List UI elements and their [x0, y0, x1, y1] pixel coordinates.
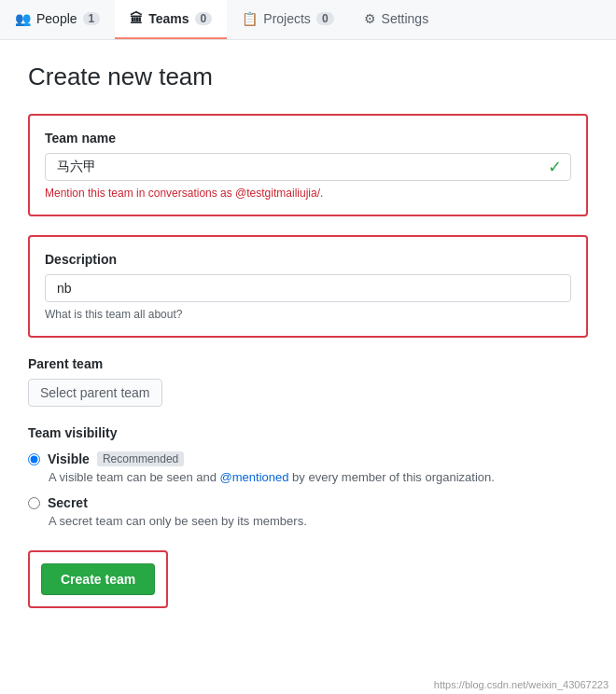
parent-team-label: Parent team	[28, 356, 588, 371]
description-section: Description What is this team all about?	[28, 235, 588, 338]
create-team-button[interactable]: Create team	[41, 563, 155, 595]
tab-settings-label: Settings	[382, 11, 429, 26]
tab-teams-badge: 0	[195, 12, 213, 25]
visibility-secret-label[interactable]: Secret	[48, 495, 88, 510]
select-parent-team-button[interactable]: Select parent team	[28, 379, 162, 407]
visibility-visible-row: Visible Recommended	[28, 451, 588, 466]
tab-teams-label: Teams	[148, 11, 189, 26]
visibility-visible-radio[interactable]	[28, 453, 40, 465]
tab-projects-badge: 0	[316, 12, 334, 25]
visibility-label: Team visibility	[28, 425, 588, 440]
visible-desc-mention: @mentioned	[220, 470, 289, 484]
tab-projects[interactable]: 📋 Projects 0	[227, 0, 348, 39]
team-name-hint: Mention this team in conversations as @t…	[45, 187, 571, 200]
description-label: Description	[45, 252, 571, 267]
main-content: Create new team Team name ✓ Mention this…	[0, 40, 616, 631]
team-name-section: Team name ✓ Mention this team in convers…	[28, 114, 588, 216]
description-hint: What is this team all about?	[45, 308, 571, 321]
settings-icon: ⚙	[364, 11, 376, 26]
people-icon: 👥	[15, 11, 31, 26]
team-name-label: Team name	[45, 131, 571, 146]
tab-settings[interactable]: ⚙ Settings	[349, 0, 444, 39]
recommended-badge: Recommended	[97, 451, 184, 466]
visibility-secret-desc: A secret team can only be seen by its me…	[49, 514, 588, 528]
tab-teams[interactable]: 🏛 Teams 0	[115, 0, 227, 39]
tab-people-label: People	[36, 11, 77, 26]
team-name-valid-icon: ✓	[548, 157, 562, 177]
description-input[interactable]	[45, 274, 571, 302]
team-name-input-wrapper: ✓	[45, 153, 571, 181]
visibility-visible-desc: A visible team can be seen and @mentione…	[49, 470, 588, 484]
create-team-section: Create team	[28, 550, 168, 608]
visibility-visible-option: Visible Recommended A visible team can b…	[28, 451, 588, 484]
tab-projects-label: Projects	[263, 11, 311, 26]
visibility-secret-radio[interactable]	[28, 497, 40, 509]
projects-icon: 📋	[242, 11, 258, 26]
teams-icon: 🏛	[130, 11, 143, 26]
page-title: Create new team	[28, 62, 588, 91]
nav-tabs: 👥 People 1 🏛 Teams 0 📋 Projects 0 ⚙ Sett…	[0, 0, 616, 40]
visibility-visible-label[interactable]: Visible	[48, 451, 90, 466]
team-name-input[interactable]	[45, 153, 571, 181]
visibility-secret-row: Secret	[28, 495, 588, 510]
visible-desc-plain: A visible team can be seen and	[49, 470, 220, 484]
footer-url: https://blog.csdn.net/weixin_43067223	[434, 679, 609, 690]
tab-people[interactable]: 👥 People 1	[0, 0, 115, 39]
visibility-section: Team visibility Visible Recommended A vi…	[28, 425, 588, 528]
visible-desc-suffix: by every member of this organization.	[288, 470, 494, 484]
parent-team-section: Parent team Select parent team	[28, 356, 588, 407]
tab-people-badge: 1	[83, 12, 101, 25]
visibility-secret-option: Secret A secret team can only be seen by…	[28, 495, 588, 528]
